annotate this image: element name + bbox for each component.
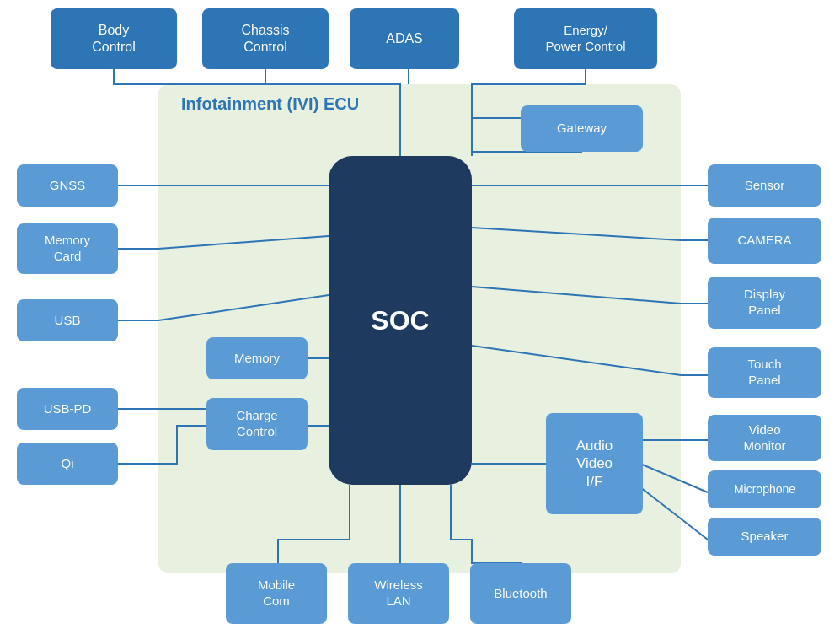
diagram: Infotainment (IVI) ECU [0, 0, 840, 634]
energy-power-box: Energy/Power Control [514, 8, 657, 69]
sensor-box: Sensor [708, 164, 821, 207]
bluetooth-box: Bluetooth [470, 563, 571, 624]
camera-box: CAMERA [708, 218, 821, 264]
wireless-lan-box: WirelessLAN [348, 563, 449, 624]
memory-box: Memory [206, 337, 308, 379]
adas-box: ADAS [350, 8, 459, 69]
mobile-com-box: MobileCom [226, 563, 327, 624]
chassis-control-box: ChassisControl [202, 8, 329, 69]
qi-box: Qi [17, 443, 118, 485]
charge-control-box: ChargeControl [206, 398, 308, 450]
ivi-label: Infotainment (IVI) ECU [181, 94, 359, 114]
memory-card-box: MemoryCard [17, 223, 118, 274]
gateway-box: Gateway [521, 105, 643, 152]
audio-video-box: AudioVideoI/F [546, 413, 643, 514]
video-monitor-box: VideoMonitor [708, 415, 821, 461]
display-panel-box: DisplayPanel [708, 277, 821, 329]
soc-box: SOC [329, 156, 472, 485]
gnss-box: GNSS [17, 164, 118, 207]
touch-panel-box: TouchPanel [708, 347, 821, 398]
microphone-box: Microphone [708, 470, 821, 508]
body-control-box: BodyControl [51, 8, 177, 69]
speaker-box: Speaker [708, 518, 821, 556]
usb-pd-box: USB-PD [17, 388, 118, 430]
usb-box: USB [17, 299, 118, 341]
